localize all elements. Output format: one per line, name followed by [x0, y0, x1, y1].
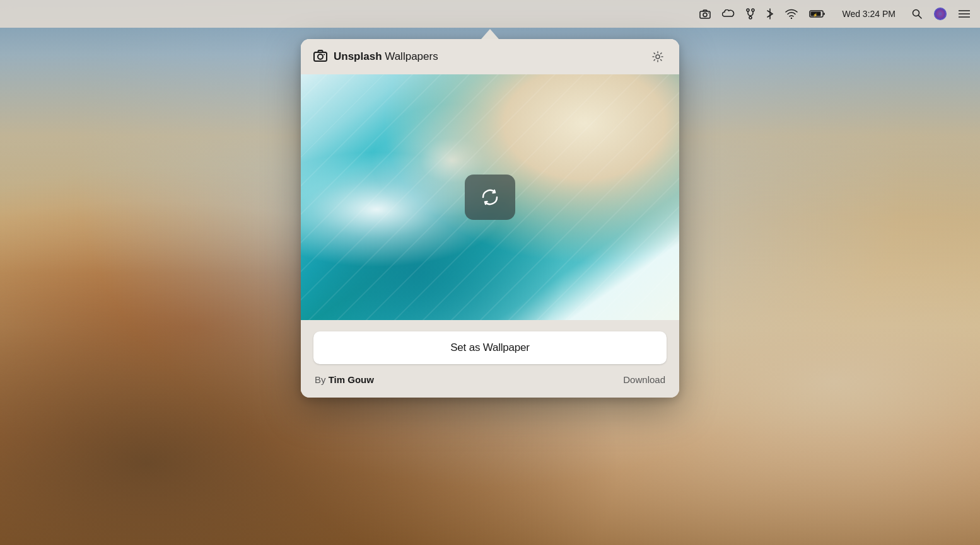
menubar-time: Wed 3:24 PM	[842, 9, 895, 19]
unsplash-wallpapers-popover: Unsplash Wallpapers	[301, 39, 679, 398]
wallpaper-preview-container	[301, 74, 679, 320]
fork-menubar-icon[interactable]	[746, 8, 755, 20]
settings-gear-icon[interactable]	[649, 48, 667, 66]
popover-arrow	[481, 29, 499, 39]
menubar: ⚡ Wed 3:24 PM	[0, 0, 980, 28]
search-menubar-icon[interactable]	[912, 9, 922, 19]
control-center-icon[interactable]	[959, 9, 970, 18]
refresh-button[interactable]	[465, 175, 515, 220]
menubar-icons: ⚡ Wed 3:24 PM	[699, 7, 970, 21]
refresh-icon	[480, 187, 500, 207]
battery-menubar-icon[interactable]: ⚡	[809, 9, 825, 18]
svg-rect-0	[700, 11, 710, 18]
bluetooth-menubar-icon[interactable]	[766, 8, 774, 20]
popover-header: Unsplash Wallpapers	[301, 39, 679, 74]
popover-bottom-panel: Set as Wallpaper By Tim Gouw Download	[301, 320, 679, 398]
svg-point-3	[747, 9, 749, 11]
svg-point-14	[934, 8, 947, 20]
download-link[interactable]: Download	[623, 374, 665, 385]
popover-wrapper: Unsplash Wallpapers	[301, 28, 679, 398]
set-wallpaper-button[interactable]: Set as Wallpaper	[313, 331, 667, 364]
camera-menubar-icon[interactable]	[699, 9, 711, 19]
svg-line-13	[919, 16, 922, 19]
unsplash-camera-icon	[313, 49, 327, 65]
svg-point-1	[703, 13, 707, 17]
cloud-menubar-icon[interactable]	[722, 9, 735, 18]
popover-title-area: Unsplash Wallpapers	[313, 49, 438, 65]
popover-title: Unsplash Wallpapers	[334, 50, 438, 63]
svg-point-20	[318, 54, 323, 59]
svg-point-5	[749, 16, 752, 19]
photographer-attribution: By Tim Gouw	[315, 374, 374, 385]
svg-point-21	[324, 54, 325, 55]
svg-point-22	[656, 55, 660, 59]
popover-footer: By Tim Gouw Download	[313, 374, 667, 385]
svg-point-8	[791, 18, 792, 19]
svg-point-4	[752, 9, 754, 11]
wifi-menubar-icon[interactable]	[785, 9, 798, 19]
profile-menubar-icon[interactable]	[933, 7, 947, 21]
svg-point-2	[708, 13, 709, 14]
svg-text:⚡: ⚡	[813, 13, 818, 18]
